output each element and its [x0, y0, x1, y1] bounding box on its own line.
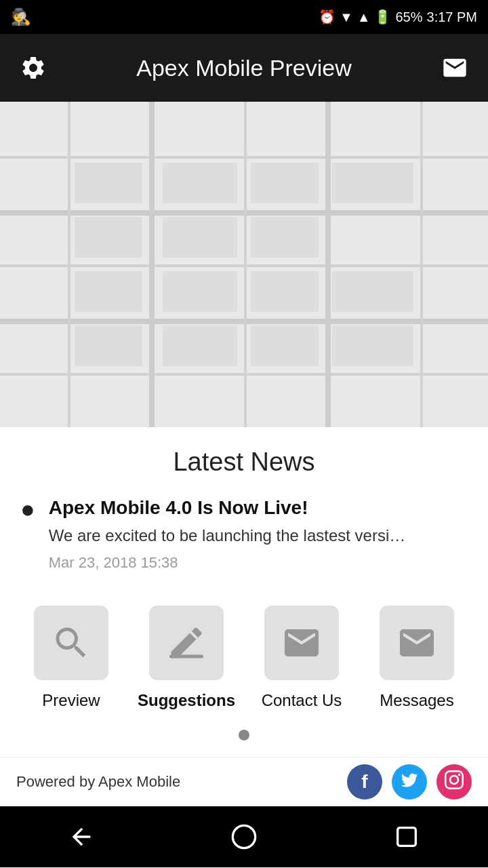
status-bar: 🕵️ ⏰ ▼ ▲ 🔋 65% 3:17 PM [0, 0, 488, 34]
messages-mail-icon [396, 623, 437, 663]
news-item[interactable]: ● Apex Mobile 4.0 Is Now Live! We are ex… [20, 496, 468, 572]
news-bullet: ● [20, 497, 35, 521]
android-nav-bar [0, 806, 488, 867]
back-icon [68, 823, 95, 850]
bottom-icons-section: Preview Suggestions Contact Us [0, 585, 488, 741]
suggestions-label: Suggestions [138, 690, 235, 711]
clock: 3:17 PM [427, 9, 477, 25]
svg-rect-11 [75, 163, 142, 203]
svg-rect-28 [398, 828, 416, 846]
recent-icon [393, 823, 420, 850]
svg-rect-24 [251, 326, 319, 366]
twitter-label [400, 770, 419, 794]
signal-icon: ▲ [357, 9, 371, 25]
edit-icon [166, 623, 207, 663]
svg-rect-9 [325, 102, 331, 427]
messages-icon-box [380, 606, 454, 680]
gear-icon [20, 54, 47, 81]
svg-rect-23 [163, 326, 237, 366]
svg-rect-21 [332, 271, 413, 312]
suggestions-icon-item[interactable]: Suggestions [136, 606, 237, 711]
phone-icon [281, 623, 322, 663]
svg-rect-15 [251, 163, 319, 203]
settings-button[interactable] [16, 51, 50, 85]
page-dot [239, 730, 249, 741]
svg-rect-25 [332, 326, 413, 366]
news-excerpt: We are excited to be launching the laste… [49, 524, 406, 547]
facebook-icon[interactable]: f [347, 764, 382, 800]
battery-icon: 🔋 [374, 9, 391, 25]
svg-rect-17 [332, 163, 413, 203]
facebook-label: f [361, 771, 367, 793]
twitter-icon[interactable] [392, 764, 427, 800]
messages-label: Messages [380, 690, 453, 711]
svg-rect-16 [251, 217, 319, 258]
status-bar-left: 🕵️ [11, 7, 31, 26]
wifi-icon: ▼ [340, 9, 353, 25]
map-area[interactable] [0, 102, 488, 427]
preview-icon-item[interactable]: Preview [20, 606, 122, 711]
svg-rect-7 [149, 102, 155, 427]
status-bar-right: ⏰ ▼ ▲ 🔋 65% 3:17 PM [319, 9, 477, 25]
suggestions-icon-box [149, 606, 224, 680]
svg-point-27 [232, 826, 255, 848]
social-icons: f [347, 764, 472, 800]
news-headline: Apex Mobile 4.0 Is Now Live! [49, 496, 406, 520]
home-button[interactable] [224, 816, 264, 857]
svg-rect-26 [169, 654, 203, 658]
contact-us-label: Contact Us [262, 690, 342, 711]
dot-indicator [14, 730, 474, 741]
recent-button[interactable] [386, 816, 427, 857]
instagram-icon[interactable] [436, 764, 472, 800]
battery-percent: 65% [395, 9, 422, 25]
svg-rect-18 [75, 271, 142, 312]
news-content: Apex Mobile 4.0 Is Now Live! We are exci… [49, 496, 406, 572]
nav-bar: Apex Mobile Preview [0, 34, 488, 102]
message-button[interactable] [438, 51, 472, 85]
svg-rect-13 [163, 163, 237, 203]
svg-rect-8 [244, 102, 247, 427]
latest-news-section: Latest News ● Apex Mobile 4.0 Is Now Liv… [0, 427, 488, 585]
map-graphic [0, 102, 488, 427]
news-date: Mar 23, 2018 15:38 [49, 554, 406, 572]
svg-rect-6 [68, 102, 70, 427]
preview-label: Preview [42, 690, 100, 711]
powered-by-text: Powered by Apex Mobile [16, 773, 180, 791]
home-icon [230, 823, 258, 850]
svg-rect-12 [75, 217, 142, 258]
mail-icon [441, 54, 468, 81]
icons-grid: Preview Suggestions Contact Us [14, 606, 474, 711]
messages-icon-item[interactable]: Messages [366, 606, 468, 711]
back-button[interactable] [61, 816, 102, 857]
contact-us-icon-item[interactable]: Contact Us [251, 606, 352, 711]
svg-rect-20 [251, 271, 319, 312]
latest-news-title: Latest News [20, 448, 468, 477]
svg-rect-19 [163, 271, 237, 312]
preview-icon-box [34, 606, 108, 680]
instagram-label [445, 770, 464, 794]
alarm-icon: ⏰ [319, 9, 336, 25]
contact-us-icon-box [264, 606, 339, 680]
svg-rect-22 [75, 326, 142, 366]
svg-rect-14 [163, 217, 237, 258]
footer: Powered by Apex Mobile f [0, 757, 488, 806]
page-title: Apex Mobile Preview [136, 55, 351, 81]
spy-icon: 🕵️ [11, 7, 31, 26]
search-icon [51, 623, 92, 663]
svg-rect-10 [420, 102, 423, 427]
